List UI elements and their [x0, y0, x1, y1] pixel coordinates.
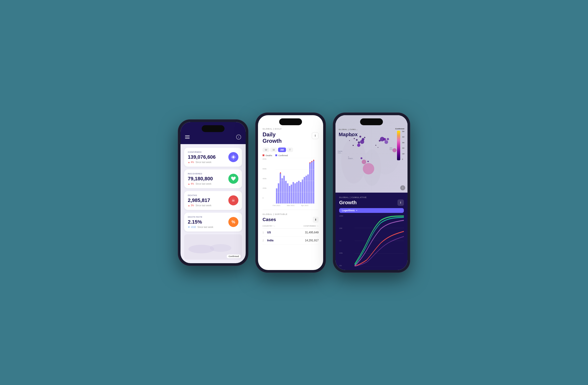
bubble: [360, 140, 364, 144]
bubble: [354, 138, 355, 139]
legend-confirmed: Confirmed: [275, 154, 288, 157]
bubble: [387, 138, 389, 140]
row-confirmed-us: 31,495,649: [305, 231, 319, 234]
growth-y-labels: 100M 10M 1M 100k 10k: [339, 215, 343, 266]
cases-section: GLOBAL | SORTABLE Cases ⬇ COUNTRY ↑↓ CON…: [258, 210, 323, 270]
phone-3: GLOBAL | CUMU... Mapbox PacificOce... At…: [333, 113, 410, 273]
confirmed-label: CONFIRMED: [188, 151, 228, 153]
svg-rect-29: [307, 174, 309, 204]
bubble: [375, 145, 376, 146]
download-icon[interactable]: ⬇: [313, 217, 319, 223]
svg-rect-12: [276, 188, 277, 204]
death-rate-card: DEATH RATE 2.15% ▼ -0.02 Since last week…: [184, 213, 242, 231]
confirmed-icon: [228, 152, 238, 162]
growth-breadcrumb: GLOBAL | CUMULATIVE: [339, 196, 404, 198]
svg-point-2: [233, 158, 234, 159]
map-legend-row: 5M 4M 3M 2M 1M 0: [397, 131, 404, 160]
phone1-content: CONFIRMED 139,076,606 ▲ 4% Since last we…: [181, 144, 246, 263]
row-country-india: India: [267, 239, 305, 242]
daily-info-btn[interactable]: i: [312, 132, 319, 139]
svg-rect-31: [311, 162, 313, 204]
growth-section: GLOBAL | CUMULATIVE Growth i Logarithmic…: [336, 192, 407, 270]
tab-w[interactable]: W: [263, 148, 269, 152]
logarithmic-label: Logarithmic: [342, 209, 355, 212]
map-breadcrumb: GLOBAL | CUMU...: [339, 128, 358, 131]
svg-rect-27: [304, 177, 305, 204]
daily-chart: 800k 600k 400k 200k 0: [263, 158, 319, 204]
svg-point-1: [233, 155, 234, 156]
table-row[interactable]: 1 US 31,495,649: [263, 229, 319, 237]
phone-1-screen: i CONFIRMED 139,076,606 ▲ 4% Since last …: [181, 122, 246, 263]
table-cols: COUNTRY ↑↓ CONFIRMED ↑↓: [263, 225, 319, 229]
table-row[interactable]: 2 India 14,291,917: [263, 237, 319, 245]
phone-2-screen: GLOBAL | DAILY DailyGrowth i W M 3M T: [258, 115, 323, 270]
svg-point-4: [235, 157, 236, 157]
phone-3-inner: GLOBAL | CUMU... Mapbox PacificOce... At…: [336, 115, 407, 270]
chart-y-labels: 800k 600k 400k 200k 0: [263, 158, 266, 204]
phone-1: i CONFIRMED 139,076,606 ▲ 4% Since last …: [178, 119, 249, 266]
bubble: [378, 147, 378, 148]
bubble: [353, 145, 354, 146]
phones-container: i CONFIRMED 139,076,606 ▲ 4% Since last …: [178, 113, 410, 273]
bubble: [362, 160, 366, 164]
death-rate-value: 2.15%: [188, 219, 228, 225]
growth-chart: 100M 10M 1M 100k 10k: [339, 215, 404, 266]
map-preview: Confirmed: [184, 234, 242, 260]
deaths-card: DEATHS 2,985,817 ▲ 3% Since last week ☠: [184, 191, 242, 210]
row-rank-1: 1: [263, 231, 266, 234]
dynamic-island-1: [202, 125, 225, 132]
map-legend-labels: 5M 4M 3M 2M 1M 0: [402, 131, 404, 160]
bubble: [358, 141, 360, 144]
deaths-change: ▲ 3% Since last week: [188, 204, 228, 207]
tab-m[interactable]: M: [270, 148, 277, 152]
recovered-info: RECOVERED 79,180,800 ▲ 4% Since last wee…: [188, 173, 228, 185]
row-rank-2: 2: [263, 239, 266, 242]
recovered-value: 79,180,800: [188, 176, 228, 182]
time-tabs: W M 3M T: [263, 148, 319, 152]
bubble: [359, 136, 361, 137]
chart-legend: Deaths Confirmed: [263, 154, 319, 157]
map-info-btn[interactable]: i: [400, 185, 405, 190]
deaths-dot: [263, 154, 264, 156]
cases-title: Cases: [263, 217, 276, 222]
legend-confirmed-label: Confirmed: [278, 154, 288, 157]
death-rate-info: DEATH RATE 2.15% ▼ -0.02 Since last week: [188, 216, 228, 228]
svg-point-35: [311, 161, 313, 162]
confirmed-value: 139,076,606: [188, 154, 228, 160]
svg-point-0: [232, 156, 234, 158]
daily-title-row: DailyGrowth i: [263, 131, 319, 145]
menu-icon[interactable]: [185, 135, 190, 139]
col-country: COUNTRY ↑↓: [263, 225, 275, 227]
svg-rect-30: [309, 163, 311, 204]
svg-rect-21: [293, 182, 294, 204]
row-country-us: US: [267, 231, 305, 234]
logarithmic-btn[interactable]: Logarithmic ▼: [339, 208, 404, 213]
bubble: [357, 144, 360, 147]
recovered-label: RECOVERED: [188, 173, 228, 175]
svg-rect-19: [289, 186, 290, 204]
bubble: [379, 140, 381, 142]
map-legend-bar: [397, 131, 400, 160]
bubble-brazil: [363, 163, 374, 174]
confirmed-info: CONFIRMED 139,076,606 ▲ 4% Since last we…: [188, 151, 228, 163]
daily-title: DailyGrowth: [263, 131, 282, 145]
svg-point-33: [280, 172, 281, 174]
death-rate-label: DEATH RATE: [188, 216, 228, 218]
svg-point-36: [313, 160, 314, 161]
confirmed-card: CONFIRMED 139,076,606 ▲ 4% Since last we…: [184, 148, 242, 167]
bubble: [360, 157, 362, 159]
bubble: [367, 161, 369, 162]
growth-info-btn[interactable]: i: [398, 199, 404, 206]
tab-3m[interactable]: 3M: [278, 148, 286, 152]
chart-x-labels: Feb 2021 Mar 2021 Apr 2021: [263, 204, 319, 207]
svg-point-7: [232, 158, 232, 159]
deaths-label: DEATHS: [188, 194, 228, 196]
deaths-info: DEATHS 2,985,817 ▲ 3% Since last week: [188, 194, 228, 207]
recovered-card: RECOVERED 79,180,800 ▲ 4% Since last wee…: [184, 169, 242, 188]
svg-point-6: [234, 155, 235, 156]
tab-t[interactable]: T: [287, 148, 293, 152]
header-info-icon[interactable]: i: [236, 135, 241, 140]
svg-point-34: [310, 162, 311, 163]
svg-rect-26: [302, 180, 303, 204]
col-confirmed: CONFIRMED ↑↓: [304, 225, 319, 227]
